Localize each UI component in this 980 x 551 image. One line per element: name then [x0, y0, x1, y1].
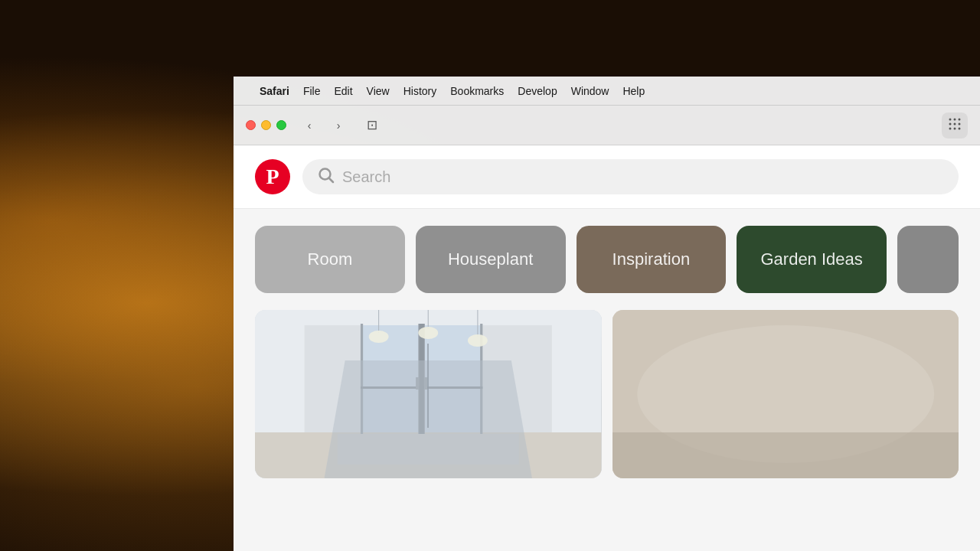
image-card-room[interactable]	[255, 310, 602, 478]
back-button[interactable]: ‹	[299, 115, 320, 136]
svg-rect-30	[338, 434, 519, 465]
svg-point-4	[954, 123, 956, 126]
svg-point-25	[369, 331, 389, 343]
svg-rect-14	[362, 325, 420, 432]
svg-rect-12	[255, 432, 602, 478]
image-grid	[234, 310, 980, 478]
maximize-button[interactable]	[276, 120, 286, 130]
menu-develop[interactable]: Develop	[518, 85, 557, 97]
category-garden-ideas-label: Garden Ideas	[760, 249, 862, 269]
minimize-button[interactable]	[261, 120, 271, 130]
window-controls	[246, 120, 286, 130]
category-inspiration-label: Inspiration	[612, 249, 691, 269]
svg-rect-34	[612, 432, 959, 478]
search-icon	[318, 167, 335, 187]
categories-row: Room Houseplant Inspiration Garden Ideas	[234, 209, 980, 310]
search-bar[interactable]: Search	[302, 159, 959, 194]
menu-safari[interactable]: Safari	[260, 85, 289, 97]
menu-window[interactable]: Window	[571, 85, 609, 97]
category-more[interactable]	[897, 226, 959, 293]
menu-view[interactable]: View	[367, 85, 390, 97]
category-houseplant[interactable]: Houseplant	[416, 226, 566, 293]
sidebar-icon: ⊡	[367, 117, 377, 133]
logo-letter: P	[266, 165, 279, 189]
category-garden-ideas[interactable]: Garden Ideas	[737, 226, 887, 293]
svg-point-1	[954, 119, 956, 121]
tabs-grid-button[interactable]	[942, 112, 968, 139]
menu-bookmarks[interactable]: Bookmarks	[450, 85, 504, 97]
svg-point-3	[949, 123, 952, 126]
category-houseplant-label: Houseplant	[448, 249, 533, 269]
grid-icon	[948, 117, 962, 133]
svg-point-2	[959, 119, 961, 121]
svg-rect-21	[361, 386, 482, 389]
forward-button[interactable]: ›	[328, 115, 349, 136]
pinterest-header: P Search	[234, 145, 980, 209]
svg-rect-22	[416, 377, 419, 390]
browser-content: P Search Room Houseplant Inspiration Gar…	[234, 145, 980, 551]
pinterest-logo[interactable]: P	[255, 159, 290, 194]
svg-point-29	[468, 334, 488, 347]
category-inspiration[interactable]: Inspiration	[577, 226, 727, 293]
sidebar-toggle-button[interactable]: ⊡	[360, 115, 384, 136]
svg-point-6	[949, 128, 952, 130]
safari-toolbar: ‹ › ⊡	[234, 106, 980, 145]
menu-file[interactable]: File	[303, 85, 321, 97]
category-room-label: Room	[308, 249, 353, 269]
svg-rect-23	[424, 377, 427, 390]
svg-point-7	[954, 128, 956, 130]
menu-bar: Safari File Edit View History Bookmarks …	[234, 77, 980, 106]
close-button[interactable]	[246, 120, 256, 130]
svg-point-8	[959, 128, 961, 130]
svg-rect-20	[419, 324, 423, 434]
svg-point-5	[959, 123, 961, 126]
svg-rect-15	[361, 324, 363, 434]
search-placeholder-text: Search	[342, 168, 390, 186]
menu-edit[interactable]: Edit	[334, 85, 352, 97]
svg-point-27	[418, 327, 438, 339]
category-room[interactable]: Room	[255, 226, 405, 293]
image-card-second[interactable]	[612, 310, 959, 478]
svg-line-10	[329, 178, 334, 182]
svg-point-0	[949, 119, 952, 121]
room-image	[255, 310, 602, 478]
back-icon: ‹	[308, 119, 312, 132]
menu-help[interactable]: Help	[622, 85, 645, 97]
forward-icon: ›	[337, 119, 341, 132]
menu-history[interactable]: History	[403, 85, 437, 97]
